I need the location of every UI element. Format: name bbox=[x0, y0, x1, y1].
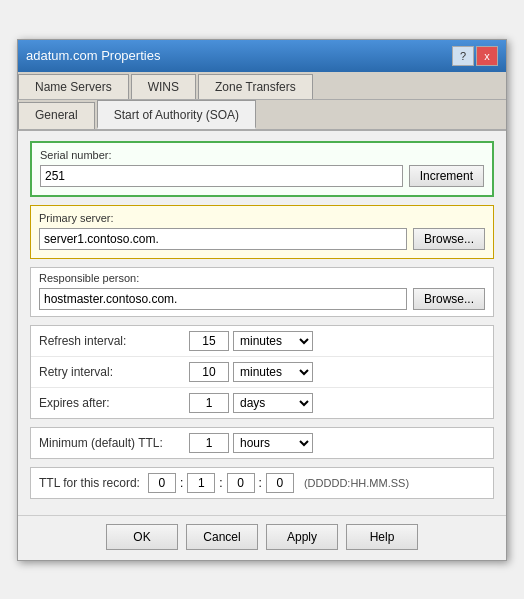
title-bar-buttons: ? x bbox=[452, 46, 498, 66]
primary-server-input[interactable] bbox=[39, 228, 407, 250]
refresh-interval-input[interactable] bbox=[189, 331, 229, 351]
serial-number-field-row: Increment bbox=[40, 165, 484, 187]
serial-number-section: Serial number: Increment bbox=[30, 141, 494, 197]
expires-after-row: Expires after: days seconds minutes hour… bbox=[31, 388, 493, 418]
retry-interval-label: Retry interval: bbox=[39, 365, 189, 379]
ttl-format-hint: (DDDDD:HH.MM.SS) bbox=[304, 477, 409, 489]
ttl-record-label: TTL for this record: bbox=[39, 476, 140, 490]
tab-wins[interactable]: WINS bbox=[131, 74, 196, 99]
ttl-days-input[interactable] bbox=[148, 473, 176, 493]
tab-zone-transfers[interactable]: Zone Transfers bbox=[198, 74, 313, 99]
close-title-button[interactable]: x bbox=[476, 46, 498, 66]
minimum-ttl-select[interactable]: hours seconds minutes days bbox=[233, 433, 313, 453]
primary-server-field-row: Browse... bbox=[39, 228, 485, 250]
serial-number-label: Serial number: bbox=[40, 149, 484, 161]
refresh-interval-select[interactable]: minutes seconds hours days bbox=[233, 331, 313, 351]
title-bar: adatum.com Properties ? x bbox=[18, 40, 506, 72]
increment-button[interactable]: Increment bbox=[409, 165, 484, 187]
ttl-seconds-input[interactable] bbox=[266, 473, 294, 493]
tab-name-servers[interactable]: Name Servers bbox=[18, 74, 129, 99]
help-button[interactable]: Help bbox=[346, 524, 418, 550]
intervals-container: Refresh interval: minutes seconds hours … bbox=[30, 325, 494, 419]
primary-server-section: Primary server: Browse... bbox=[30, 205, 494, 259]
minimum-ttl-input[interactable] bbox=[189, 433, 229, 453]
tabs-row-2: General Start of Authority (SOA) bbox=[18, 100, 506, 131]
help-title-button[interactable]: ? bbox=[452, 46, 474, 66]
refresh-interval-label: Refresh interval: bbox=[39, 334, 189, 348]
ttl-hours-input[interactable] bbox=[187, 473, 215, 493]
responsible-person-field-row: Browse... bbox=[39, 288, 485, 310]
apply-button[interactable]: Apply bbox=[266, 524, 338, 550]
retry-interval-select[interactable]: minutes seconds hours days bbox=[233, 362, 313, 382]
serial-number-input[interactable] bbox=[40, 165, 403, 187]
minimum-ttl-label: Minimum (default) TTL: bbox=[39, 436, 189, 450]
responsible-person-section: Responsible person: Browse... bbox=[30, 267, 494, 317]
footer-buttons: OK Cancel Apply Help bbox=[18, 515, 506, 560]
ok-button[interactable]: OK bbox=[106, 524, 178, 550]
ttl-minutes-input[interactable] bbox=[227, 473, 255, 493]
tab-soa[interactable]: Start of Authority (SOA) bbox=[97, 100, 256, 129]
tab-general[interactable]: General bbox=[18, 102, 95, 129]
refresh-interval-row: Refresh interval: minutes seconds hours … bbox=[31, 326, 493, 357]
responsible-person-label: Responsible person: bbox=[39, 272, 485, 284]
ttl-sep-3: : bbox=[259, 476, 262, 490]
responsible-person-browse-button[interactable]: Browse... bbox=[413, 288, 485, 310]
expires-after-input[interactable] bbox=[189, 393, 229, 413]
retry-interval-row: Retry interval: minutes seconds hours da… bbox=[31, 357, 493, 388]
retry-interval-input[interactable] bbox=[189, 362, 229, 382]
ttl-sep-1: : bbox=[180, 476, 183, 490]
ttl-record-row: TTL for this record: : : : (DDDDD:HH.MM.… bbox=[30, 467, 494, 499]
primary-server-browse-button[interactable]: Browse... bbox=[413, 228, 485, 250]
cancel-button[interactable]: Cancel bbox=[186, 524, 258, 550]
minimum-ttl-row: Minimum (default) TTL: hours seconds min… bbox=[31, 428, 493, 458]
expires-after-select[interactable]: days seconds minutes hours bbox=[233, 393, 313, 413]
tabs-row-1: Name Servers WINS Zone Transfers bbox=[18, 72, 506, 100]
tab-content: Serial number: Increment Primary server:… bbox=[18, 131, 506, 515]
ttl-sep-2: : bbox=[219, 476, 222, 490]
responsible-person-input[interactable] bbox=[39, 288, 407, 310]
minimum-ttl-container: Minimum (default) TTL: hours seconds min… bbox=[30, 427, 494, 459]
window-title: adatum.com Properties bbox=[26, 48, 160, 63]
properties-dialog: adatum.com Properties ? x Name Servers W… bbox=[17, 39, 507, 561]
expires-after-label: Expires after: bbox=[39, 396, 189, 410]
primary-server-label: Primary server: bbox=[39, 212, 485, 224]
